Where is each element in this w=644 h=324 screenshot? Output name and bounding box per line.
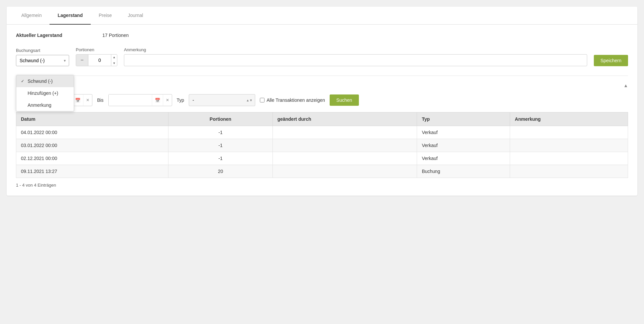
bis-date-input[interactable] bbox=[109, 94, 152, 106]
cell-geaendert bbox=[272, 165, 417, 178]
portionen-label: Portionen bbox=[76, 47, 117, 52]
table-row: 03.01.2022 00:00 -1 Verkauf bbox=[16, 139, 628, 152]
cell-typ: Verkauf bbox=[417, 126, 510, 139]
portionen-input[interactable] bbox=[88, 54, 111, 66]
tab-allgemein[interactable]: Allgemein bbox=[13, 7, 50, 25]
filter-row: Von 📅 ✕ Bis 📅 ✕ Typ - Verkauf bbox=[16, 94, 628, 106]
portionen-up-button[interactable]: ▲ bbox=[111, 54, 117, 60]
portionen-down-button[interactable]: ▼ bbox=[111, 60, 117, 66]
buchungsart-dropdown: ✓ Schwund (-) Hinzufügen (+) Anmerkung bbox=[16, 75, 74, 111]
cell-datum: 02.12.2021 00:00 bbox=[16, 152, 168, 165]
cell-datum: 03.01.2022 00:00 bbox=[16, 139, 168, 152]
cell-portionen: -1 bbox=[168, 126, 272, 139]
cell-typ: Buchung bbox=[417, 165, 510, 178]
anmerkung-group: Anmerkung bbox=[124, 47, 587, 66]
bis-clear-button[interactable]: ✕ bbox=[163, 94, 172, 106]
search-button[interactable]: Suchen bbox=[330, 94, 359, 106]
table-row: 04.01.2022 00:00 -1 Verkauf bbox=[16, 126, 628, 139]
cell-typ: Verkauf bbox=[417, 152, 510, 165]
dropdown-item-schwund[interactable]: ✓ Schwund (-) bbox=[16, 75, 74, 87]
table-header-row: Datum Portionen geändert durch Typ Anmer… bbox=[16, 112, 628, 126]
table-row: 02.12.2021 00:00 -1 Verkauf bbox=[16, 152, 628, 165]
portionen-group: Portionen − ▲ ▼ bbox=[76, 47, 117, 66]
cell-anmerkung bbox=[510, 126, 628, 139]
col-geaendert: geändert durch bbox=[272, 112, 417, 126]
cell-portionen: -1 bbox=[168, 139, 272, 152]
col-datum: Datum bbox=[16, 112, 168, 126]
pagination-info: 1 - 4 von 4 Einträgen bbox=[16, 183, 628, 188]
tab-lagerstand[interactable]: Lagerstand bbox=[50, 7, 90, 25]
buchungsart-group: Buchungsart Schwund (-) Hinzufügen (+) A… bbox=[16, 48, 69, 66]
lagerstand-value: 17 Portionen bbox=[102, 33, 129, 38]
historie-section-header: Historie ▲ bbox=[16, 82, 628, 88]
bis-label: Bis bbox=[97, 97, 103, 103]
divider bbox=[16, 76, 628, 76]
portionen-stepper: − ▲ ▼ bbox=[76, 54, 117, 66]
tab-journal[interactable]: Journal bbox=[120, 7, 151, 25]
collapse-button[interactable]: ▲ bbox=[623, 83, 628, 88]
portionen-decrement-button[interactable]: − bbox=[76, 54, 88, 66]
col-typ: Typ bbox=[417, 112, 510, 126]
buchungsart-select[interactable]: Schwund (-) Hinzufügen (+) Anmerkung bbox=[16, 55, 69, 66]
dropdown-item-schwund-label: Schwund (-) bbox=[28, 79, 53, 84]
cell-geaendert bbox=[272, 126, 417, 139]
check-icon: ✓ bbox=[21, 79, 26, 83]
tab-preise[interactable]: Preise bbox=[91, 7, 120, 25]
dropdown-item-hinzufuegen[interactable]: Hinzufügen (+) bbox=[16, 87, 74, 99]
lagerstand-row: Aktueller Lagerstand 17 Portionen bbox=[16, 33, 628, 38]
bis-calendar-icon[interactable]: 📅 bbox=[152, 94, 163, 106]
typ-select[interactable]: - Verkauf Buchung Schwund bbox=[189, 94, 255, 106]
cell-datum: 04.01.2022 00:00 bbox=[16, 126, 168, 139]
cell-portionen: -1 bbox=[168, 152, 272, 165]
alle-transaktionen-label[interactable]: Alle Transaktionen anzeigen bbox=[260, 97, 325, 103]
col-portionen: Portionen bbox=[168, 112, 272, 126]
typ-label: Typ bbox=[177, 97, 184, 103]
cell-typ: Verkauf bbox=[417, 139, 510, 152]
bis-date-wrapper: 📅 ✕ bbox=[108, 94, 172, 106]
cell-anmerkung bbox=[510, 139, 628, 152]
save-button[interactable]: Speichern bbox=[594, 55, 628, 66]
data-table: Datum Portionen geändert durch Typ Anmer… bbox=[16, 112, 628, 178]
typ-select-wrapper: - Verkauf Buchung Schwund ▲▼ bbox=[189, 94, 255, 106]
table-row: 09.11.2021 13:27 20 Buchung bbox=[16, 165, 628, 178]
alle-transaktionen-checkbox[interactable] bbox=[260, 98, 265, 102]
dropdown-item-anmerkung[interactable]: Anmerkung bbox=[16, 99, 74, 111]
von-clear-button[interactable]: ✕ bbox=[83, 94, 92, 106]
buchungsart-select-wrapper: Schwund (-) Hinzufügen (+) Anmerkung ▼ ✓… bbox=[16, 55, 69, 66]
table-body: 04.01.2022 00:00 -1 Verkauf 03.01.2022 0… bbox=[16, 126, 628, 178]
tabs-bar: Allgemein Lagerstand Preise Journal bbox=[7, 7, 637, 25]
col-anmerkung: Anmerkung bbox=[510, 112, 628, 126]
form-row: Buchungsart Schwund (-) Hinzufügen (+) A… bbox=[16, 47, 628, 66]
dropdown-item-hinzufuegen-label: Hinzufügen (+) bbox=[28, 90, 58, 96]
cell-geaendert bbox=[272, 152, 417, 165]
lagerstand-label: Aktueller Lagerstand bbox=[16, 33, 82, 38]
anmerkung-label: Anmerkung bbox=[124, 47, 587, 52]
cell-geaendert bbox=[272, 139, 417, 152]
portionen-arrows: ▲ ▼ bbox=[111, 54, 117, 66]
dropdown-item-anmerkung-label: Anmerkung bbox=[28, 102, 52, 108]
cell-anmerkung bbox=[510, 152, 628, 165]
cell-datum: 09.11.2021 13:27 bbox=[16, 165, 168, 178]
cell-portionen: 20 bbox=[168, 165, 272, 178]
card-body: Aktueller Lagerstand 17 Portionen Buchun… bbox=[7, 25, 637, 196]
alle-transaktionen-text: Alle Transaktionen anzeigen bbox=[267, 97, 325, 103]
cell-anmerkung bbox=[510, 165, 628, 178]
anmerkung-input[interactable] bbox=[124, 54, 587, 66]
buchungsart-label: Buchungsart bbox=[16, 48, 69, 53]
